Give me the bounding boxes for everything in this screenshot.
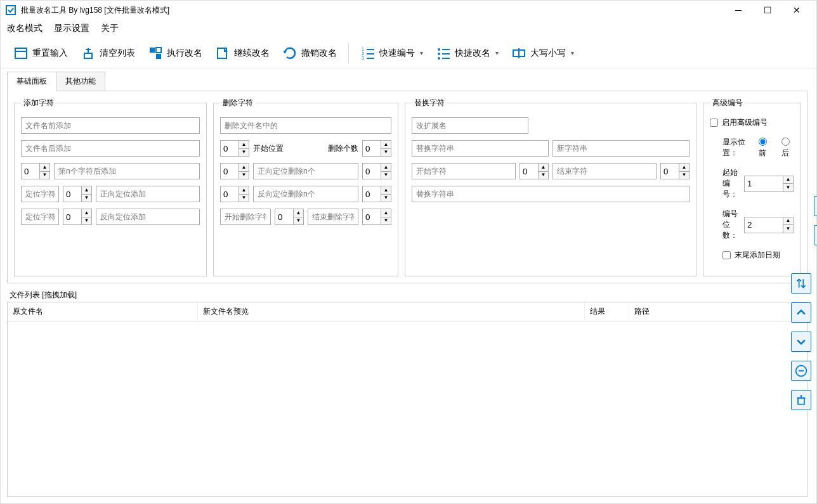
continue-rename-button[interactable]: 继续改名: [210, 43, 275, 63]
del-rev-input[interactable]: [253, 186, 358, 202]
minus-circle-icon: [795, 365, 807, 377]
reset-input-button[interactable]: 重置输入: [8, 43, 73, 63]
undo-icon: [282, 46, 297, 61]
brush-icon: [81, 46, 96, 61]
side-buttons-bottom: [786, 273, 816, 410]
rep-startchar-input[interactable]: [412, 163, 516, 179]
add-before-input[interactable]: [21, 117, 200, 134]
rep-endchar-input[interactable]: [552, 163, 657, 179]
del-count-spinner[interactable]: ▲▼: [362, 140, 391, 157]
append-date-checkbox[interactable]: [722, 251, 731, 259]
move-down-button[interactable]: [791, 332, 811, 352]
del-rev-cnt-spinner[interactable]: ▲▼: [362, 186, 391, 202]
quick-rename-button[interactable]: 快捷改名 ▾: [431, 43, 504, 63]
quick-number-button[interactable]: 123 快速编号 ▾: [355, 43, 428, 63]
refresh-button[interactable]: [814, 225, 817, 245]
fieldset-replace-chars: 替换字符 ▲▼ ▲▼: [405, 98, 696, 276]
rep-ext-input[interactable]: [412, 117, 528, 134]
del-rev-spinner[interactable]: ▲▼: [220, 186, 249, 202]
col-original-name[interactable]: 原文件名: [8, 302, 198, 321]
chevron-down-icon: ▾: [420, 49, 423, 56]
close-button[interactable]: ✕: [782, 1, 811, 20]
window-title: 批量改名工具 By lvg158 [文件批量改名模式]: [21, 5, 724, 16]
col-path[interactable]: 路径: [629, 302, 807, 321]
tab-other[interactable]: 其他功能: [56, 72, 105, 91]
del-in-input[interactable]: [220, 117, 391, 134]
del-fwd-spinner[interactable]: ▲▼: [220, 163, 249, 179]
file-table[interactable]: 原文件名 新文件名预览 结果 路径: [7, 302, 807, 497]
svg-text:3: 3: [362, 56, 364, 60]
fieldset-advanced-number: 高级编号 启用高级编号 显示位置： 前 后 起始编号： ▲▼: [703, 98, 801, 276]
enable-number-label: 启用高级编号: [722, 117, 768, 128]
rep-find-input[interactable]: [412, 140, 549, 157]
svg-text:2: 2: [362, 51, 364, 56]
svg-rect-8: [156, 48, 161, 53]
svg-rect-7: [156, 54, 161, 59]
pos-label: 显示位置：: [722, 137, 748, 158]
svg-point-16: [438, 48, 440, 51]
del-fwd-cnt-spinner[interactable]: ▲▼: [362, 163, 391, 179]
menubar: 改名模式 显示设置 关于: [1, 20, 816, 37]
app-icon: [6, 5, 16, 15]
minimize-button[interactable]: ─: [724, 1, 753, 20]
case-button[interactable]: 大写小写 ▾: [506, 43, 579, 63]
remove-button[interactable]: [791, 361, 811, 381]
rep-str2-input[interactable]: [412, 186, 690, 202]
tab-basic[interactable]: 基础面板: [7, 72, 56, 91]
legend-add: 添加字符: [21, 98, 56, 108]
del-startchar-input[interactable]: [220, 209, 271, 225]
exec-icon: [148, 46, 163, 61]
menu-rename-mode[interactable]: 改名模式: [7, 23, 42, 34]
add-after-input[interactable]: [21, 140, 200, 157]
del-endchar-input[interactable]: [308, 209, 358, 225]
clear-list-button[interactable]: 清空列表: [75, 43, 140, 63]
digits-spinner[interactable]: ▲▼: [744, 217, 794, 233]
del-count-label: 删除个数: [328, 143, 358, 154]
legend-del: 删除字符: [220, 98, 256, 108]
rep-endchar-spinner[interactable]: ▲▼: [660, 163, 690, 179]
del-endchar-spinner[interactable]: ▲▼: [362, 209, 391, 225]
titlebar: 批量改名工具 By lvg158 [文件批量改名模式] ─ ☐ ✕: [1, 1, 816, 20]
rep-new-input[interactable]: [552, 140, 690, 157]
delete-button[interactable]: [791, 390, 811, 410]
toolbar-separator: [348, 43, 349, 63]
enable-number-checkbox[interactable]: [710, 119, 718, 127]
execute-rename-button[interactable]: 执行改名: [143, 43, 207, 63]
menu-display-settings[interactable]: 显示设置: [54, 23, 89, 34]
add-button[interactable]: [814, 196, 817, 216]
rep-startchar-spinner[interactable]: ▲▼: [520, 163, 549, 179]
add-locate1-spinner[interactable]: ▲▼: [63, 186, 92, 202]
maximize-button[interactable]: ☐: [753, 1, 782, 20]
file-list-section: 文件列表 [拖拽加载] 原文件名 新文件名预览 结果 路径: [7, 288, 807, 497]
start-num-label: 起始编号：: [722, 167, 738, 200]
legend-num: 高级编号: [710, 98, 745, 108]
undo-rename-button[interactable]: 撤销改名: [277, 43, 342, 63]
svg-point-17: [438, 53, 440, 55]
start-num-spinner[interactable]: ▲▼: [744, 176, 794, 192]
append-date-label: 末尾添加日期: [735, 250, 780, 261]
sort-button[interactable]: [791, 273, 811, 294]
col-new-name[interactable]: 新文件名预览: [198, 302, 585, 321]
add-n-spinner[interactable]: ▲▼: [21, 163, 50, 179]
pos-front-radio[interactable]: 前: [759, 138, 771, 158]
add-forward-input[interactable]: [96, 186, 200, 202]
chevron-up-icon: [795, 306, 807, 319]
del-start-spinner[interactable]: ▲▼: [220, 140, 249, 157]
svg-rect-1: [15, 48, 27, 58]
del-fwd-input[interactable]: [253, 163, 358, 179]
tab-content: 添加字符 ▲▼ ▲▼ ▲▼: [7, 91, 807, 283]
legend-rep: 替换字符: [412, 98, 447, 108]
add-nth-input[interactable]: [54, 163, 200, 179]
add-reverse-input[interactable]: [96, 209, 200, 225]
move-up-button[interactable]: [791, 302, 811, 323]
add-locate2-spinner[interactable]: ▲▼: [63, 209, 92, 225]
del-startchar-spinner[interactable]: ▲▼: [275, 209, 304, 225]
continue-icon: [215, 46, 230, 61]
trash-icon: [795, 394, 807, 406]
add-locate1-input[interactable]: [21, 186, 59, 202]
svg-rect-6: [150, 48, 155, 53]
menu-about[interactable]: 关于: [101, 23, 119, 34]
pos-back-radio[interactable]: 后: [781, 138, 794, 158]
col-result[interactable]: 结果: [585, 302, 629, 321]
add-locate2-input[interactable]: [21, 209, 59, 225]
